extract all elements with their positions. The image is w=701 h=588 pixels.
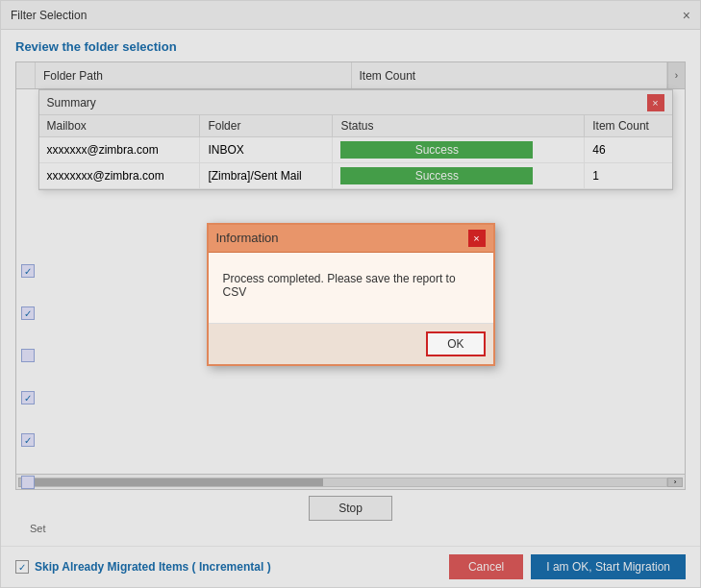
info-dialog-title: Information (216, 231, 279, 245)
info-dialog-message: Process completed. Please save the repor… (223, 272, 479, 299)
info-dialog: Information × Process completed. Please … (207, 223, 495, 366)
main-window: Filter Selection × Review the folder sel… (0, 0, 701, 588)
dialog-overlay: Information × Process completed. Please … (1, 1, 700, 587)
ok-button[interactable]: OK (426, 331, 485, 356)
info-dialog-title-bar: Information × (209, 225, 493, 253)
info-dialog-footer: OK (209, 323, 493, 364)
info-dialog-body: Process completed. Please save the repor… (209, 253, 493, 323)
info-dialog-close-button[interactable]: × (468, 230, 486, 247)
